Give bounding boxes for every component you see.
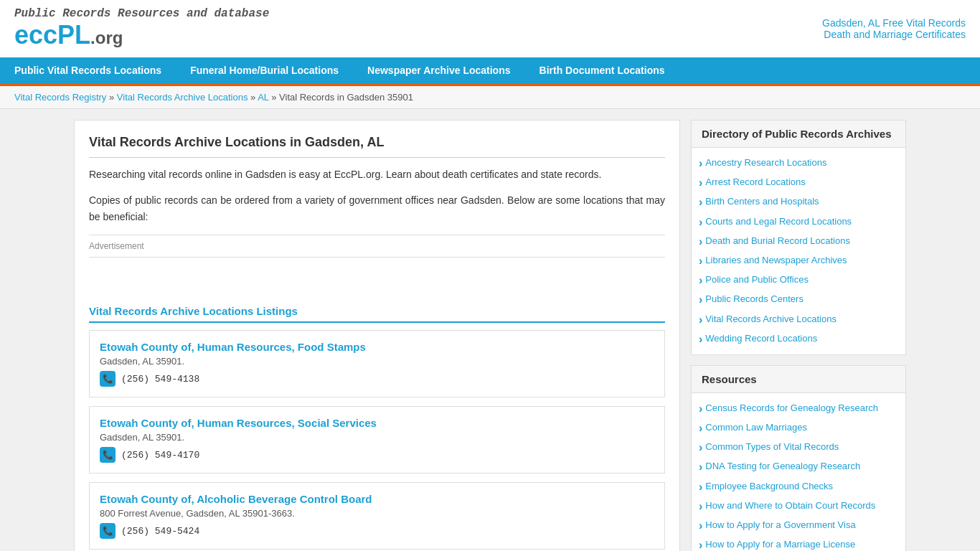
list-item: Arrest Record Locations xyxy=(699,173,898,192)
sidebar-directory-title: Directory of Public Records Archives xyxy=(692,121,905,148)
dir-link-8[interactable]: Public Records Centers xyxy=(705,293,804,306)
listing-card-3: Etowah County of, Alcoholic Beverage Con… xyxy=(89,482,665,550)
list-item: Courts and Legal Record Locations xyxy=(699,212,898,232)
list-item: How and Where to Obtain Court Records xyxy=(699,496,898,516)
res-link-6[interactable]: How and Where to Obtain Court Records xyxy=(705,499,875,512)
dir-link-3[interactable]: Birth Centers and Hospitals xyxy=(705,195,819,208)
breadcrumb-link-3[interactable]: AL xyxy=(258,92,268,103)
listing-3-phone-number: (256) 549-5424 xyxy=(121,526,199,537)
list-item: Vital Records Archive Locations xyxy=(699,310,898,329)
sidebar-resources-title: Resources xyxy=(692,366,905,393)
res-link-7[interactable]: How to Apply for a Government Visa xyxy=(705,519,855,532)
list-item: How to Apply for a Marriage License xyxy=(699,535,898,551)
list-item: Wedding Record Locations xyxy=(699,329,898,349)
phone-icon-3: 📞 xyxy=(100,523,116,539)
listing-2-name[interactable]: Etowah County of, Human Resources, Socia… xyxy=(100,417,654,429)
breadcrumb-link-2[interactable]: Vital Records Archive Locations xyxy=(117,92,248,103)
content-area: Vital Records Archive Locations in Gadsd… xyxy=(74,120,680,551)
listing-1-phone-number: (256) 549-4138 xyxy=(121,374,199,385)
navbar: Public Vital Records LocationsFuneral Ho… xyxy=(0,57,980,83)
intro-para-1: Researching vital records online in Gads… xyxy=(89,166,665,182)
list-item: Birth Centers and Hospitals xyxy=(699,192,898,212)
sidebar: Directory of Public Records Archives Anc… xyxy=(691,120,906,551)
breadcrumb: Vital Records Registry » Vital Records A… xyxy=(0,86,980,109)
phone-icon-2: 📞 xyxy=(100,447,116,463)
list-item: Census Records for Genealogy Research xyxy=(699,399,898,418)
dir-link-1[interactable]: Ancestry Research Locations xyxy=(705,156,826,169)
res-link-1[interactable]: Census Records for Genealogy Research xyxy=(705,402,878,415)
site-header: Public Records Resources and database ec… xyxy=(0,0,980,57)
res-link-4[interactable]: DNA Testing for Genealogy Research xyxy=(705,460,860,473)
list-item: DNA Testing for Genealogy Research xyxy=(699,457,898,476)
dir-link-5[interactable]: Death and Burial Record Locations xyxy=(705,235,850,248)
logo-pl: PL xyxy=(57,20,90,50)
listing-2-address: Gadsden, AL 35901. xyxy=(100,432,654,443)
res-link-3[interactable]: Common Types of Vital Records xyxy=(705,441,839,453)
listing-2-phone: 📞 (256) 549-4170 xyxy=(100,447,654,463)
main-layout: Vital Records Archive Locations in Gadsd… xyxy=(67,120,913,551)
list-item: Police and Public Offices xyxy=(699,270,898,290)
header-link-1[interactable]: Gadsden, AL Free Vital Records xyxy=(822,17,966,29)
listing-2-phone-number: (256) 549-4170 xyxy=(121,450,199,461)
list-item: Ancestry Research Locations xyxy=(699,154,898,173)
res-link-5[interactable]: Employee Background Checks xyxy=(705,480,833,493)
logo-area: Public Records Resources and database ec… xyxy=(14,7,269,50)
list-item: Libraries and Newspaper Archives xyxy=(699,251,898,270)
dir-link-10[interactable]: Wedding Record Locations xyxy=(705,332,817,345)
advertisement-label: Advertisement xyxy=(89,235,665,258)
listing-1-address: Gadsden, AL 35901. xyxy=(100,356,654,367)
header-links: Gadsden, AL Free Vital Records Death and… xyxy=(822,17,966,40)
sidebar-resources-list: Census Records for Genealogy Research Co… xyxy=(692,393,905,551)
sidebar-directory-list: Ancestry Research Locations Arrest Recor… xyxy=(692,148,905,354)
navbar-item-2[interactable]: Funeral Home/Burial Locations xyxy=(176,57,353,83)
sidebar-resources-box: Resources Census Records for Genealogy R… xyxy=(691,365,906,551)
list-item: Public Records Centers xyxy=(699,290,898,309)
dir-link-6[interactable]: Libraries and Newspaper Archives xyxy=(705,254,847,267)
listing-1-phone: 📞 (256) 549-4138 xyxy=(100,371,654,387)
dir-link-2[interactable]: Arrest Record Locations xyxy=(705,176,805,189)
header-link-2[interactable]: Death and Marriage Certificates xyxy=(822,29,966,40)
dir-link-7[interactable]: Police and Public Offices xyxy=(705,273,809,286)
logo[interactable]: eccPL.org xyxy=(14,20,269,50)
intro-para-2: Copies of public records can be ordered … xyxy=(89,192,665,225)
listing-card-1: Etowah County of, Human Resources, Food … xyxy=(89,330,665,397)
list-item: Common Types of Vital Records xyxy=(699,438,898,457)
list-item: Employee Background Checks xyxy=(699,477,898,496)
listing-3-phone: 📞 (256) 549-5424 xyxy=(100,523,654,539)
dir-link-4[interactable]: Courts and Legal Record Locations xyxy=(705,215,852,228)
res-link-2[interactable]: Common Law Marriages xyxy=(705,421,807,434)
phone-icon-1: 📞 xyxy=(100,371,116,387)
navbar-item-4[interactable]: Birth Document Locations xyxy=(525,57,679,83)
dir-link-9[interactable]: Vital Records Archive Locations xyxy=(705,313,837,326)
logo-ecc: ecc xyxy=(14,20,57,50)
list-item: Death and Burial Record Locations xyxy=(699,232,898,251)
listings-title: Vital Records Archive Locations Listings xyxy=(89,305,665,323)
site-tagline: Public Records Resources and database xyxy=(14,7,269,20)
breadcrumb-current: Vital Records in Gadsden 35901 xyxy=(279,92,413,103)
navbar-item-1[interactable]: Public Vital Records Locations xyxy=(0,57,176,83)
res-link-8[interactable]: How to Apply for a Marriage License xyxy=(705,538,855,551)
listing-3-address: 800 Forrest Avenue, Gadsden, AL 35901-36… xyxy=(100,508,654,519)
navbar-item-3[interactable]: Newspaper Archive Locations xyxy=(353,57,524,83)
list-item: How to Apply for a Government Visa xyxy=(699,516,898,535)
listing-1-name[interactable]: Etowah County of, Human Resources, Food … xyxy=(100,341,654,353)
breadcrumb-link-1[interactable]: Vital Records Registry xyxy=(14,92,106,103)
logo-org: .org xyxy=(90,28,123,47)
list-item: Common Law Marriages xyxy=(699,418,898,438)
listing-3-name[interactable]: Etowah County of, Alcoholic Beverage Con… xyxy=(100,493,654,505)
sidebar-directory-box: Directory of Public Records Archives Anc… xyxy=(691,120,906,355)
listing-card-2: Etowah County of, Human Resources, Socia… xyxy=(89,406,665,474)
page-title: Vital Records Archive Locations in Gadsd… xyxy=(89,135,665,158)
